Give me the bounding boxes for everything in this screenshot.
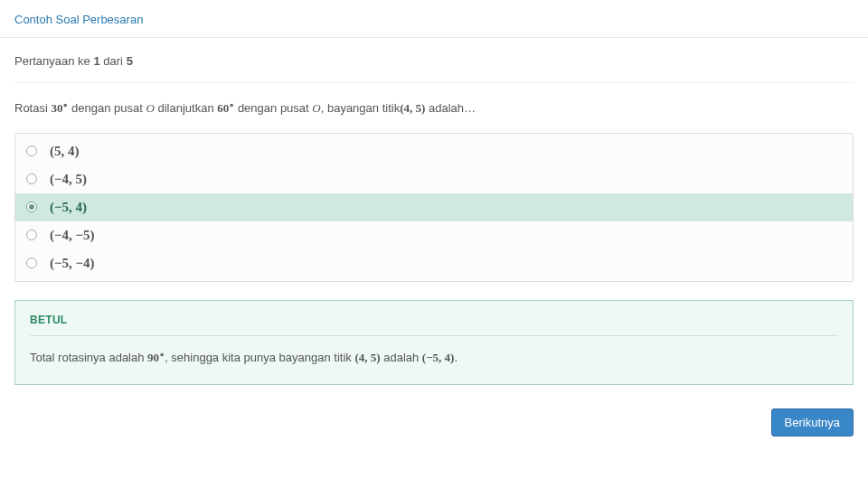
- fb-point1: (4, 5): [354, 351, 380, 364]
- breadcrumb-link[interactable]: Contoh Soal Perbesaran: [14, 13, 143, 26]
- feedback-box: BETUL Total rotasinya adalah 90∘, sehing…: [14, 300, 854, 385]
- qtext-part: Rotasi: [14, 101, 51, 115]
- qtext-point: (4, 5): [400, 101, 425, 115]
- question-text: Rotasi 30∘ dengan pusat O dilanjutkan 60…: [14, 83, 854, 133]
- qtext-part: adalah…: [425, 101, 476, 115]
- radio-icon: [26, 202, 37, 212]
- feedback-title: BETUL: [30, 314, 838, 336]
- question-counter: Pertanyaan ke 1 dari 5: [14, 54, 854, 83]
- qtext-part: dengan pusat: [68, 101, 146, 115]
- header: Contoh Soal Perbesaran: [0, 0, 868, 38]
- option-row-0[interactable]: (5, 4): [15, 137, 853, 165]
- options-list: (5, 4)(−4, 5)(−5, 4)(−4, −5)(−5, −4): [14, 133, 854, 282]
- option-row-1[interactable]: (−4, 5): [15, 165, 853, 193]
- feedback-body: Total rotasinya adalah 90∘, sehingga kit…: [30, 349, 838, 368]
- option-label: (−4, −5): [50, 228, 95, 243]
- radio-icon: [26, 145, 37, 156]
- counter-current: 1: [93, 54, 99, 68]
- option-label: (−5, −4): [50, 256, 95, 271]
- option-label: (5, 4): [50, 144, 80, 159]
- qtext-center2: O: [312, 101, 320, 115]
- counter-total: 5: [127, 54, 133, 68]
- radio-dot: [29, 204, 34, 210]
- qtext-deg1: 30: [51, 101, 62, 115]
- option-label: (−4, 5): [50, 172, 87, 187]
- fb-part: adalah: [381, 351, 422, 364]
- option-row-4[interactable]: (−5, −4): [15, 249, 853, 277]
- footer: Berikutnya: [0, 408, 868, 449]
- option-label: (−5, 4): [50, 200, 87, 215]
- fb-deg: 90: [147, 351, 159, 364]
- qtext-part: , bayangan titik: [321, 101, 400, 115]
- qtext-deg2: 60: [217, 101, 229, 115]
- counter-prefix: Pertanyaan ke: [14, 54, 90, 68]
- fb-part: , sehingga kita punya bayangan titik: [165, 351, 354, 364]
- qtext-part: dilanjutkan: [155, 101, 217, 115]
- qtext-center1: O: [146, 101, 155, 115]
- content-area: Pertanyaan ke 1 dari 5 Rotasi 30∘ dengan…: [0, 38, 868, 408]
- option-row-2[interactable]: (−5, 4): [15, 193, 853, 221]
- option-row-3[interactable]: (−4, −5): [15, 221, 853, 249]
- next-button[interactable]: Berikutnya: [771, 408, 854, 436]
- fb-point2: (−5, 4): [422, 351, 455, 364]
- fb-part: Total rotasinya adalah: [30, 351, 147, 364]
- radio-icon: [26, 258, 37, 268]
- radio-icon: [26, 174, 37, 184]
- fb-part: .: [454, 351, 458, 364]
- radio-icon: [26, 230, 37, 240]
- counter-of: dari: [103, 54, 123, 68]
- qtext-part: dengan pusat: [234, 101, 312, 115]
